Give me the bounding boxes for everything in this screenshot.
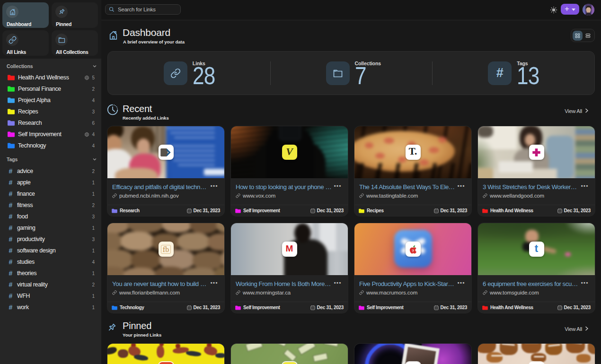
svg-text:?: ?: [412, 249, 414, 253]
